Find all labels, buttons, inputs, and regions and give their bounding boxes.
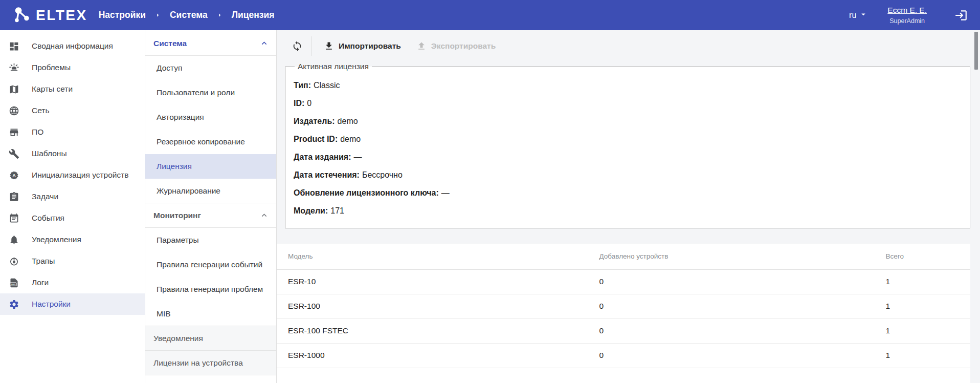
cell-added: 0 — [599, 294, 886, 318]
section-label: Уведомления — [153, 334, 203, 343]
import-button[interactable]: Импортировать — [324, 41, 401, 51]
table-header-row: Модель Добавлено устройств Всего — [277, 244, 970, 269]
sidebar-item-network[interactable]: Сеть — [0, 100, 145, 121]
topbar-right: ru Eccm E. E. SuperAdmin — [849, 6, 968, 25]
user-menu[interactable]: Eccm E. E. SuperAdmin — [887, 6, 927, 25]
sidebar-item-notifications[interactable]: Уведомления — [0, 229, 145, 250]
sidebar-item-label: Шаблоны — [32, 149, 67, 158]
license-field-issue-date: Дата издания:— — [294, 148, 962, 166]
sidebar-item-label: ПО — [32, 127, 43, 137]
upload-icon — [416, 41, 427, 51]
svg-text:LOG: LOG — [11, 283, 15, 285]
nav-item-label: Параметры — [157, 236, 199, 245]
refresh-button[interactable] — [292, 40, 303, 52]
sidebar-item-templates[interactable]: Шаблоны — [0, 143, 145, 164]
main-sidebar: Сводная информация Проблемы Карты сети — [0, 30, 145, 383]
settings-nav-item-authorization[interactable]: Авторизация — [145, 105, 276, 130]
sidebar-item-label: Карты сети — [32, 84, 73, 94]
section-label: Мониторинг — [153, 211, 201, 220]
sidebar-item-tasks[interactable]: Задачи — [0, 186, 145, 207]
license-field-type: Тип:Classic — [294, 76, 962, 94]
sidebar-item-logs[interactable]: LOG Логи — [0, 272, 145, 293]
sidebar-item-label: Уведомления — [32, 235, 81, 244]
settings-nav-section-system[interactable]: Система — [145, 31, 276, 56]
gear-icon — [9, 299, 19, 310]
vertical-scrollbar-thumb[interactable] — [974, 32, 978, 70]
settings-nav-item-backup[interactable]: Резервное копирование — [145, 130, 276, 154]
globe-icon — [9, 105, 19, 116]
user-name-link[interactable]: Eccm E. E. — [887, 6, 927, 15]
breadcrumb-settings[interactable]: Настройки — [99, 10, 146, 20]
settings-nav-section-device-licenses[interactable]: Лицензии на устройства — [145, 351, 276, 375]
active-license-legend: Активная лицензия — [295, 62, 372, 71]
settings-nav-item-users-roles[interactable]: Пользователи и роли — [145, 80, 276, 105]
sidebar-item-summary[interactable]: Сводная информация — [0, 35, 145, 57]
nav-item-label: Лицензия — [157, 162, 192, 171]
nav-item-label: Авторизация — [157, 113, 204, 122]
sidebar-item-network-maps[interactable]: Карты сети — [0, 78, 145, 100]
settings-nav-item-event-rules[interactable]: Правила генерации событий — [145, 252, 276, 277]
section-label: Лицензии на устройства — [153, 358, 243, 368]
dashboard-icon — [9, 41, 19, 52]
wrench-icon — [9, 148, 19, 159]
license-field-models: Модели:171 — [294, 202, 962, 220]
chevron-up-icon — [259, 38, 269, 48]
store-icon — [9, 127, 19, 138]
section-label: Система — [153, 39, 187, 48]
toolbar-divider — [311, 36, 311, 56]
settings-nav-section-notifications[interactable]: Уведомления — [145, 326, 276, 351]
user-role: SuperAdmin — [887, 17, 927, 25]
breadcrumb-arrow-icon — [154, 11, 162, 19]
nav-item-label: MIB — [157, 309, 171, 318]
alarm-beacon-icon — [9, 62, 19, 73]
export-button[interactable]: Экспортировать — [416, 41, 496, 51]
import-label: Импортировать — [339, 41, 401, 51]
sidebar-item-label: Сводная информация — [32, 41, 113, 51]
settings-nav-item-parameters[interactable]: Параметры — [145, 228, 276, 252]
sidebar-item-label: Задачи — [32, 192, 58, 201]
table-row: ESR-100 FSTEC 0 1 — [277, 318, 970, 343]
refresh-icon — [292, 40, 303, 52]
settings-nav-item-access[interactable]: Доступ — [145, 56, 276, 80]
caret-down-icon — [859, 10, 868, 21]
nav-item-label: Журналирование — [157, 186, 220, 196]
column-header-added: Добавлено устройств — [599, 244, 886, 269]
license-field-expiry-date: Дата истечения:Бессрочно — [294, 166, 962, 184]
logout-button[interactable] — [954, 9, 968, 22]
page-body: Сводная информация Проблемы Карты сети — [0, 30, 980, 383]
cell-added: 0 — [599, 318, 886, 343]
sidebar-item-events[interactable]: События — [0, 207, 145, 229]
breadcrumb-license[interactable]: Лицензия — [232, 10, 275, 20]
license-toolbar: Импортировать Экспортировать — [277, 30, 980, 62]
settings-nav-section-monitoring[interactable]: Мониторинг — [145, 203, 276, 228]
settings-nav-item-license[interactable]: Лицензия — [145, 154, 276, 179]
cell-total: 1 — [886, 343, 970, 368]
eltex-logo[interactable]: ELTEX — [13, 6, 87, 25]
cell-added: 0 — [599, 269, 886, 294]
sidebar-item-traps[interactable]: Трапы — [0, 250, 145, 272]
sidebar-item-label: Настройки — [32, 300, 71, 309]
sidebar-item-settings[interactable]: Настройки — [0, 293, 145, 315]
cell-model: ESR-100 FSTEC — [277, 318, 599, 343]
cell-model: ESR-1000 — [277, 343, 599, 368]
settings-nav-item-logging[interactable]: Журналирование — [145, 179, 276, 203]
sidebar-item-software[interactable]: ПО — [0, 121, 145, 143]
export-label: Экспортировать — [431, 41, 496, 51]
top-bar: ELTEX Настройки Система Лицензия ru Eccm… — [0, 0, 980, 30]
settings-nav: Система Доступ Пользователи и роли Автор… — [145, 30, 277, 383]
map-icon — [9, 84, 19, 95]
sidebar-item-label: Логи — [32, 278, 49, 287]
models-table: Модель Добавлено устройств Всего ESR-10 … — [277, 244, 970, 368]
sidebar-item-label: События — [32, 214, 64, 223]
sidebar-item-device-init[interactable]: A Инициализация устройств — [0, 164, 145, 186]
sidebar-item-label: Сеть — [32, 106, 49, 115]
table-row: ESR-1000 0 1 — [277, 343, 970, 368]
settings-nav-item-problem-rules[interactable]: Правила генерации проблем — [145, 277, 276, 302]
breadcrumb-system[interactable]: Система — [170, 10, 208, 20]
language-selector[interactable]: ru — [849, 10, 868, 21]
download-icon — [324, 41, 334, 51]
sidebar-item-problems[interactable]: Проблемы — [0, 57, 145, 78]
cell-added: 0 — [599, 343, 886, 368]
breadcrumb: Настройки Система Лицензия — [99, 10, 275, 20]
settings-nav-item-mib[interactable]: MIB — [145, 302, 276, 326]
